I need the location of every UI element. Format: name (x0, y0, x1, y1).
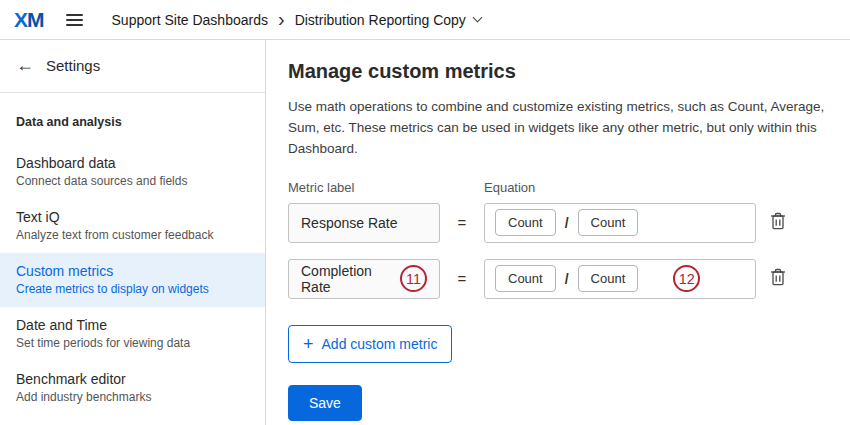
settings-back[interactable]: ← Settings (0, 40, 265, 93)
division-operator[interactable]: / (565, 271, 569, 287)
metric-chip-count[interactable]: Count (578, 265, 639, 292)
xm-logo-m: M (27, 8, 44, 31)
sidebar-item-desc: Create metrics to display on widgets (16, 282, 249, 296)
equals-sign: = (452, 214, 472, 231)
page-title: Manage custom metrics (288, 60, 826, 83)
plus-icon: + (303, 335, 314, 353)
breadcrumb-parent[interactable]: Support Site Dashboards (112, 12, 268, 28)
main-content: Manage custom metrics Use math operation… (266, 40, 850, 425)
breadcrumb-current-label: Distribution Reporting Copy (295, 12, 466, 28)
metric-chip-count[interactable]: Count (578, 209, 639, 236)
sidebar-item-date-and-time[interactable]: Date and Time Set time periods for viewi… (0, 307, 265, 361)
add-custom-metric-label: Add custom metric (322, 336, 438, 352)
sidebar-nav: Dashboard data Connect data sources and … (0, 145, 265, 415)
sidebar-item-text-iq[interactable]: Text iQ Analyze text from customer feedb… (0, 199, 265, 253)
sidebar-item-desc: Connect data sources and fields (16, 174, 249, 188)
breadcrumb-current-dropdown[interactable]: Distribution Reporting Copy (295, 12, 481, 28)
xm-logo: XM (14, 8, 44, 32)
equation-editor[interactable]: Count / Count 12 (484, 259, 756, 299)
column-headers: Metric label Equation (288, 180, 826, 195)
equation-editor[interactable]: Count / Count (484, 203, 756, 243)
page-description: Use math operations to combine and custo… (288, 97, 826, 160)
sidebar-section-data-and-analysis: Data and analysis (0, 93, 265, 145)
sidebar-item-desc: Set time periods for viewing data (16, 336, 249, 350)
settings-sidebar: ← Settings Data and analysis Dashboard d… (0, 40, 266, 425)
custom-metric-row: Completion Rate 11 = Count / Count 12 (288, 259, 826, 299)
delete-metric-button[interactable] (768, 210, 788, 235)
sidebar-item-label: Text iQ (16, 209, 249, 225)
annotation-circle-11: 11 (400, 265, 427, 292)
xm-logo-x: X (14, 8, 27, 31)
sidebar-item-label: Custom metrics (16, 263, 249, 279)
save-button[interactable]: Save (288, 385, 362, 421)
topbar: XM Support Site Dashboards › Distributio… (0, 0, 850, 40)
sidebar-item-dashboard-data[interactable]: Dashboard data Connect data sources and … (0, 145, 265, 199)
trash-icon (770, 268, 786, 286)
sidebar-item-desc: Add industry benchmarks (16, 390, 249, 404)
back-arrow-icon: ← (16, 56, 34, 74)
sidebar-item-label: Dashboard data (16, 155, 249, 171)
equals-sign: = (452, 270, 472, 287)
trash-icon (770, 212, 786, 230)
metric-chip-count[interactable]: Count (495, 209, 556, 236)
metric-label-value: Response Rate (301, 215, 398, 231)
sidebar-item-custom-metrics[interactable]: Custom metrics Create metrics to display… (0, 253, 265, 307)
metric-label-input[interactable]: Completion Rate 11 (288, 259, 440, 299)
sidebar-item-desc: Analyze text from customer feedback (16, 228, 249, 242)
metric-label-input[interactable]: Response Rate (288, 203, 440, 243)
annotation-circle-12: 12 (673, 265, 700, 292)
add-custom-metric-button[interactable]: + Add custom metric (288, 325, 452, 363)
metric-label-column-header: Metric label (288, 180, 440, 195)
division-operator[interactable]: / (565, 215, 569, 231)
sidebar-item-label: Benchmark editor (16, 371, 249, 387)
custom-metric-row: Response Rate = Count / Count (288, 203, 826, 243)
metric-chip-count[interactable]: Count (495, 265, 556, 292)
chevron-down-icon (472, 13, 482, 23)
sidebar-item-label: Date and Time (16, 317, 249, 333)
metric-label-value: Completion Rate (301, 263, 392, 295)
chevron-right-icon: › (278, 9, 285, 29)
sidebar-item-benchmark-editor[interactable]: Benchmark editor Add industry benchmarks (0, 361, 265, 415)
menu-icon[interactable] (66, 7, 92, 33)
delete-metric-button[interactable] (768, 266, 788, 291)
equation-column-header: Equation (484, 180, 756, 195)
settings-label: Settings (46, 57, 100, 74)
